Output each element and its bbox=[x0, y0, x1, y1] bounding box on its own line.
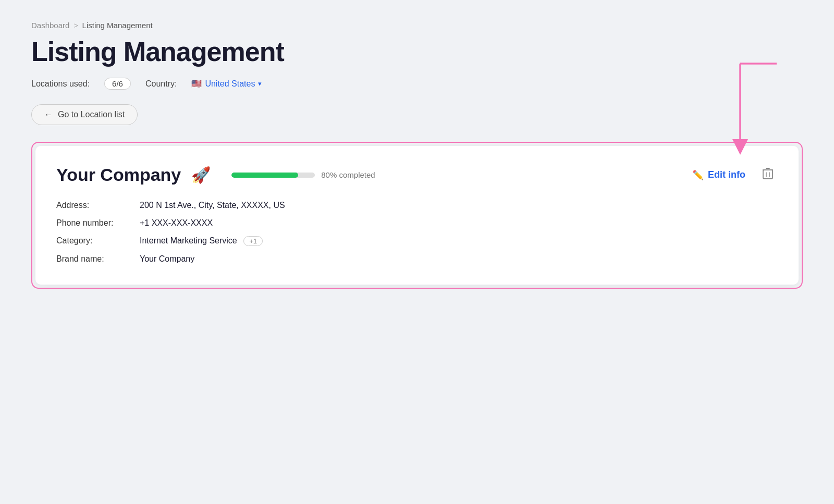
trash-icon bbox=[762, 167, 774, 182]
edit-info-button[interactable]: ✏️ Edit info bbox=[688, 167, 750, 183]
go-to-location-list-button[interactable]: ← Go to Location list bbox=[31, 104, 138, 125]
phone-label: Phone number: bbox=[56, 218, 140, 228]
category-extra-badge: +1 bbox=[243, 236, 263, 246]
locations-badge: 6/6 bbox=[104, 78, 131, 90]
breadcrumb: Dashboard > Listing Management bbox=[31, 21, 803, 30]
meta-row: Locations used: 6/6 Country: 🇺🇸 United S… bbox=[31, 78, 803, 90]
svg-rect-3 bbox=[763, 170, 772, 179]
locations-label: Locations used: bbox=[31, 79, 90, 89]
rocket-icon: 🚀 bbox=[191, 166, 211, 184]
info-grid: Address: 200 N 1st Ave., City, State, XX… bbox=[56, 201, 778, 264]
brand-value: Your Company bbox=[140, 254, 778, 264]
breadcrumb-separator: > bbox=[73, 21, 78, 30]
page-title: Listing Management bbox=[31, 36, 803, 67]
annotation-container: Your Company 🚀 80% completed ✏️ Edit inf… bbox=[31, 142, 803, 289]
edit-pencil-icon: ✏️ bbox=[692, 169, 704, 181]
edit-info-label: Edit info bbox=[708, 169, 745, 180]
breadcrumb-home[interactable]: Dashboard bbox=[31, 21, 69, 30]
listing-card: Your Company 🚀 80% completed ✏️ Edit inf… bbox=[35, 146, 799, 285]
country-selector[interactable]: 🇺🇸 United States ▾ bbox=[191, 79, 262, 89]
address-label: Address: bbox=[56, 201, 140, 210]
country-label: Country: bbox=[145, 79, 177, 89]
country-flag: 🇺🇸 bbox=[191, 79, 202, 89]
card-actions: ✏️ Edit info bbox=[688, 165, 778, 185]
progress-section: 80% completed bbox=[231, 170, 375, 179]
go-back-label: Go to Location list bbox=[58, 110, 125, 119]
back-arrow-icon: ← bbox=[44, 110, 53, 119]
company-name: Your Company bbox=[56, 165, 181, 185]
breadcrumb-current: Listing Management bbox=[82, 21, 153, 30]
category-value: Internet Marketing Service +1 bbox=[140, 236, 778, 246]
card-header: Your Company 🚀 80% completed ✏️ Edit inf… bbox=[56, 165, 778, 185]
address-value: 200 N 1st Ave., City, State, XXXXX, US bbox=[140, 201, 778, 210]
progress-bar-fill bbox=[231, 173, 298, 178]
brand-label: Brand name: bbox=[56, 254, 140, 264]
chevron-down-icon: ▾ bbox=[258, 80, 262, 88]
progress-bar-background bbox=[231, 173, 315, 178]
phone-value: +1 XXX-XXX-XXXX bbox=[140, 218, 778, 228]
category-label: Category: bbox=[56, 236, 140, 246]
delete-button[interactable] bbox=[758, 165, 778, 185]
progress-label: 80% completed bbox=[321, 170, 375, 179]
card-wrapper: Your Company 🚀 80% completed ✏️ Edit inf… bbox=[31, 142, 803, 289]
country-name: United States bbox=[205, 79, 255, 89]
